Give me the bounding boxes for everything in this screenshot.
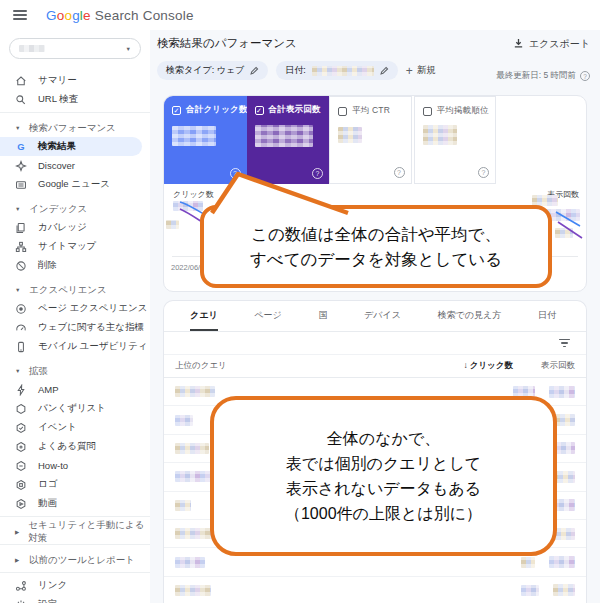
- metric-card-label: 合計クリック数: [186, 104, 248, 116]
- sidebar-item-label: パンくずリスト: [38, 402, 106, 415]
- plus-icon: +: [406, 64, 413, 78]
- sidebar-section-index[interactable]: ▼ インデックス: [0, 200, 150, 218]
- filter-icon[interactable]: [559, 339, 570, 347]
- sidebar-item-settings[interactable]: 設定: [0, 595, 150, 603]
- faq-icon: [15, 441, 27, 453]
- column-header-clicks[interactable]: ↓クリック数: [433, 360, 513, 372]
- sidebar-item-google-news[interactable]: Google ニュース: [0, 175, 150, 194]
- g-logo-icon: G: [15, 141, 27, 153]
- redacted-date-range: [312, 66, 374, 76]
- sidebar-item-discover[interactable]: Discover: [0, 156, 150, 175]
- sidebar-section-enhancements[interactable]: ▼ 拡張: [0, 362, 150, 380]
- sidebar-item-summary[interactable]: サマリー: [0, 71, 150, 90]
- sidebar-item-url-inspection[interactable]: URL 検査: [0, 90, 150, 109]
- sidebar-item-amp[interactable]: AMP: [0, 380, 150, 399]
- new-filter-button[interactable]: + 新規: [406, 64, 436, 78]
- redacted-impressions: [555, 414, 575, 426]
- tab-countries[interactable]: 国: [318, 309, 327, 331]
- search-type-filter-chip[interactable]: 検索タイプ: ウェブ: [157, 61, 268, 80]
- checkbox-unchecked-icon[interactable]: [423, 107, 432, 116]
- annotation-line: 表では個別のクエリとして: [286, 451, 481, 476]
- checkbox-checked-icon[interactable]: ✓: [172, 106, 181, 115]
- date-filter-chip[interactable]: 日付:: [276, 61, 398, 80]
- news-icon: [15, 179, 27, 191]
- metric-card-label: 平均 CTR: [352, 105, 390, 117]
- divider: [0, 572, 150, 573]
- sidebar-item-howto[interactable]: How-to: [0, 456, 150, 475]
- app-logo: GoogleSearch Console: [46, 8, 194, 23]
- redacted-query: [175, 443, 209, 454]
- tab-search-appearance[interactable]: 検索での見え方: [438, 309, 502, 331]
- event-icon: [15, 422, 27, 434]
- sidebar-item-logos[interactable]: ロゴ: [0, 475, 150, 494]
- callout-tail: [190, 168, 360, 216]
- property-selector[interactable]: ▼: [9, 38, 141, 59]
- date-filter-label: 日付:: [285, 64, 306, 77]
- sidebar-section-label: インデックス: [29, 203, 87, 216]
- sidebar-item-sitemaps[interactable]: サイトマップ: [0, 237, 150, 256]
- annotation-line: この数値は全体の合計や平均で、: [251, 222, 501, 247]
- sidebar-item-search-results[interactable]: G 検索結果: [0, 137, 142, 156]
- page-experience-icon: [15, 303, 27, 315]
- caret-down-icon: ▼: [15, 125, 22, 131]
- annotation-callout-totals: この数値は全体の合計や平均で、 すべてのデータを対象としている: [200, 205, 552, 288]
- tab-devices[interactable]: デバイス: [364, 309, 401, 331]
- column-header-query[interactable]: 上位のクエリ: [175, 360, 433, 372]
- sidebar-item-label: よくある質問: [38, 440, 96, 453]
- sidebar-item-links[interactable]: リンク: [0, 576, 150, 595]
- column-header-impressions[interactable]: 表示回数: [513, 360, 575, 372]
- mobile-usability-icon: [15, 341, 27, 353]
- help-icon[interactable]: ?: [478, 167, 489, 178]
- top-bar: GoogleSearch Console: [0, 0, 600, 30]
- sidebar-section-security[interactable]: ▶ セキュリティと手動による対策: [0, 523, 150, 541]
- sidebar-section-search-performance[interactable]: ▼ 検索パフォーマンス: [0, 119, 150, 137]
- help-icon[interactable]: ?: [394, 167, 405, 178]
- redacted-clicks: [521, 585, 539, 596]
- sidebar-item-events[interactable]: イベント: [0, 418, 150, 437]
- tab-dates[interactable]: 日付: [538, 309, 556, 331]
- core-web-vitals-icon: [15, 322, 27, 334]
- tab-queries[interactable]: クエリ: [190, 309, 218, 331]
- sidebar-item-faq[interactable]: よくある質問: [0, 437, 150, 456]
- main-content: 検索結果のパフォーマンス エクスポート 検索タイプ: ウェブ 日付: + 新規: [150, 30, 600, 603]
- sidebar-item-label: URL 検査: [38, 93, 78, 106]
- redacted-metric-value: [255, 125, 313, 147]
- logo-letter: o: [64, 8, 72, 23]
- logo-letter: e: [83, 8, 91, 23]
- sidebar-section-label: エクスペリエンス: [29, 284, 107, 297]
- logo-suffix: Search Console: [95, 8, 194, 23]
- table-row[interactable]: [164, 577, 586, 603]
- pencil-icon: [380, 66, 389, 75]
- help-icon[interactable]: ?: [580, 71, 590, 81]
- metric-card-label: 平均掲載順位: [437, 105, 489, 117]
- caret-down-icon: ▼: [15, 206, 22, 212]
- sidebar-item-videos[interactable]: 動画: [0, 494, 150, 513]
- sidebar-item-page-experience[interactable]: ページ エクスペリエンス: [0, 299, 150, 318]
- tab-pages[interactable]: ページ: [254, 309, 281, 331]
- pencil-icon: [250, 66, 259, 75]
- caret-down-icon: ▼: [15, 368, 22, 374]
- checkbox-unchecked-icon[interactable]: [338, 107, 347, 116]
- redacted-property-name: [19, 45, 45, 52]
- coverage-icon: [15, 222, 27, 234]
- search-type-label: 検索タイプ: ウェブ: [166, 64, 244, 77]
- sidebar-item-label: ウェブに関する主な指標: [38, 321, 144, 334]
- sidebar-section-label: 検索パフォーマンス: [29, 122, 116, 135]
- sidebar-item-label: 削除: [38, 259, 57, 272]
- sidebar-item-breadcrumbs[interactable]: パンくずリスト: [0, 399, 150, 418]
- sidebar-item-mobile-usability[interactable]: モバイル ユーザビリティ: [0, 337, 150, 356]
- sidebar-item-coverage[interactable]: カバレッジ: [0, 218, 150, 237]
- checkbox-checked-icon[interactable]: ✓: [255, 106, 264, 115]
- sitemap-icon: [15, 241, 27, 253]
- sidebar-item-removals[interactable]: 削除: [0, 256, 150, 275]
- last-updated: 最終更新日: 5 時間前 ?: [496, 70, 590, 82]
- divider: [0, 516, 150, 517]
- redacted-impressions: [549, 386, 575, 398]
- sidebar-item-label: AMP: [38, 384, 59, 395]
- sidebar-item-core-web-vitals[interactable]: ウェブに関する主な指標: [0, 318, 150, 337]
- export-button[interactable]: エクスポート: [513, 37, 590, 51]
- sidebar-section-legacy-tools[interactable]: ▶ 以前のツールとレポート: [0, 551, 150, 569]
- menu-icon[interactable]: [13, 10, 27, 20]
- sidebar-section-experience[interactable]: ▼ エクスペリエンス: [0, 281, 150, 299]
- metric-card-average-position[interactable]: 平均掲載順位 ?: [414, 96, 497, 184]
